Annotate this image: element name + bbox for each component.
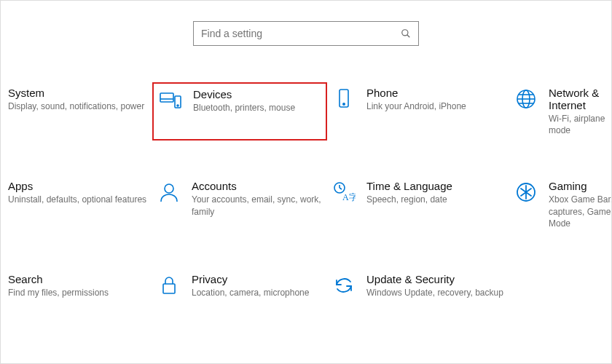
category-apps[interactable]: Apps Uninstall, defaults, optional featu… xyxy=(7,175,152,234)
category-time[interactable]: A字 Time & Language Speech, region, date xyxy=(327,175,509,234)
category-desc: Bluetooth, printers, mouse xyxy=(193,102,295,114)
svg-rect-2 xyxy=(160,93,173,102)
accounts-icon xyxy=(157,180,181,205)
category-title: System xyxy=(8,87,44,99)
update-icon xyxy=(332,273,356,298)
category-title: Search xyxy=(8,273,43,285)
category-gaming[interactable]: Gaming Xbox Game Bar, captures, Game Mod… xyxy=(509,175,612,234)
category-desc: Display, sound, notifications, power xyxy=(8,100,144,112)
category-devices[interactable]: Devices Bluetooth, printers, mouse xyxy=(152,82,327,141)
category-system[interactable]: System Display, sound, notifications, po… xyxy=(7,82,152,141)
category-desc: Uninstall, defaults, optional features xyxy=(8,194,146,205)
svg-rect-19 xyxy=(163,284,175,293)
category-desc: Link your Android, iPhone xyxy=(366,100,466,112)
devices-icon xyxy=(158,88,183,113)
category-title: Phone xyxy=(366,87,466,99)
svg-line-1 xyxy=(407,35,410,38)
category-title: Privacy xyxy=(192,273,309,285)
category-desc: Wi-Fi, airplane mode xyxy=(549,113,612,136)
globe-icon xyxy=(514,87,538,111)
category-desc: Find my files, permissions xyxy=(8,287,109,298)
svg-line-16 xyxy=(340,188,342,189)
gaming-icon xyxy=(514,180,538,205)
svg-point-13 xyxy=(165,184,173,193)
category-title: Devices xyxy=(193,88,295,100)
category-title: Network & Internet xyxy=(549,87,612,111)
svg-point-0 xyxy=(402,30,408,36)
settings-grid: System Display, sound, notifications, po… xyxy=(1,82,611,303)
category-title: Update & Security xyxy=(366,273,503,285)
category-phone[interactable]: Phone Link your Android, iPhone xyxy=(327,82,509,141)
category-desc: Speech, region, date xyxy=(366,194,452,205)
category-update[interactable]: Update & Security Windows Update, recove… xyxy=(327,269,509,303)
search-box[interactable] xyxy=(193,21,419,46)
search-input[interactable] xyxy=(201,28,401,39)
search-icon xyxy=(401,28,411,39)
lock-icon xyxy=(157,273,181,298)
category-desc: Xbox Game Bar, captures, Game Mode xyxy=(549,194,612,229)
category-accounts[interactable]: Accounts Your accounts, email, sync, wor… xyxy=(152,175,327,234)
category-desc: Windows Update, recovery, backup xyxy=(366,287,503,298)
category-title: Gaming xyxy=(549,180,612,192)
svg-point-7 xyxy=(343,103,345,105)
category-search[interactable]: Search Find my files, permissions xyxy=(7,269,152,303)
category-title: Time & Language xyxy=(366,180,452,192)
category-title: Accounts xyxy=(192,180,323,192)
category-title: Apps xyxy=(8,180,33,192)
category-desc: Location, camera, microphone xyxy=(192,287,309,298)
svg-point-5 xyxy=(177,105,178,106)
category-network[interactable]: Network & Internet Wi-Fi, airplane mode xyxy=(509,82,612,141)
category-privacy[interactable]: Privacy Location, camera, microphone xyxy=(152,269,327,303)
svg-text:A字: A字 xyxy=(342,192,356,202)
time-language-icon: A字 xyxy=(332,180,356,205)
category-desc: Your accounts, email, sync, work, family xyxy=(192,194,323,217)
phone-icon xyxy=(332,87,356,111)
